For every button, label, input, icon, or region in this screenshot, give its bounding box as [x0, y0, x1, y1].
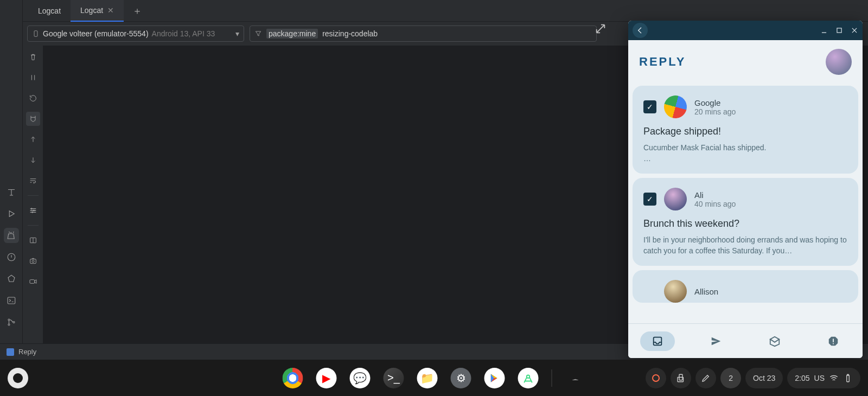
svg-rect-16 [833, 343, 834, 344]
running-app-icon [7, 348, 14, 356]
chrome-app-icon[interactable] [283, 368, 303, 388]
device-name: Google volteer (emulator-5554) [43, 29, 149, 38]
email-list[interactable]: ✓ Google 20 mins ago Package shipped! Cu… [628, 84, 863, 323]
email-time: 20 mins ago [694, 107, 736, 116]
tab-logcat-1[interactable]: Logcat [28, 0, 71, 22]
view-options-icon[interactable] [26, 203, 40, 218]
profile-avatar[interactable] [826, 49, 852, 75]
status-pill[interactable]: 2:05 US [787, 368, 860, 388]
scroll-end-icon[interactable] [26, 112, 40, 126]
android-head-icon[interactable] [565, 368, 586, 388]
ide-left-rail [0, 0, 23, 360]
logcat-tool-icon[interactable] [4, 228, 19, 243]
device-selector[interactable]: Google volteer (emulator-5554) Android 1… [27, 25, 244, 42]
status-label: Reply [18, 348, 36, 356]
chat-app-icon[interactable]: 💬 [350, 368, 371, 388]
clear-log-icon[interactable] [26, 50, 40, 64]
phone-hub-icon[interactable] [671, 368, 691, 388]
svg-rect-22 [847, 375, 850, 381]
screenshot-icon[interactable] [26, 254, 40, 268]
app-top-bar: REPLY [628, 40, 863, 84]
svg-point-6 [31, 208, 32, 209]
email-sender: Ali [694, 190, 736, 200]
log-filter-input[interactable]: package:mine resizing-codelab [250, 25, 597, 42]
filter-chip: package:mine [266, 29, 318, 39]
sender-avatar [664, 280, 687, 303]
profiler-icon[interactable] [4, 271, 19, 286]
svg-rect-5 [34, 31, 37, 37]
battery-icon [843, 373, 853, 383]
svg-point-17 [527, 375, 530, 378]
close-button[interactable] [851, 27, 858, 34]
launcher-button[interactable] [8, 368, 28, 388]
notification-badge[interactable]: 2 [720, 368, 741, 388]
date-pill[interactable]: Oct 23 [745, 368, 783, 388]
date-text: Oct 23 [753, 374, 775, 382]
android-studio-icon[interactable] [518, 368, 539, 388]
close-icon[interactable]: ✕ [107, 6, 114, 15]
svg-point-3 [8, 324, 10, 325]
time-text: 2:05 [795, 374, 809, 382]
filter-icon [254, 30, 262, 37]
maximize-button[interactable] [835, 27, 843, 34]
terminal-app-icon[interactable]: >_ [384, 368, 404, 388]
problems-icon[interactable] [4, 250, 19, 265]
text-tool-icon[interactable] [4, 184, 19, 200]
email-subject: Brunch this weekend? [643, 218, 847, 229]
locale-text: US [814, 374, 825, 382]
logcat-side-toolbar [23, 46, 43, 343]
os-taskbar: ▶ 💬 >_ 📁 ⚙ 2 Oct 23 2:05 US [0, 360, 868, 396]
svg-rect-1 [8, 297, 15, 304]
prev-icon[interactable] [26, 132, 40, 146]
email-card[interactable]: ✓ Google 20 mins ago Package shipped! Cu… [633, 86, 858, 174]
screen-record-icon[interactable] [26, 274, 40, 289]
email-time: 40 mins ago [694, 200, 736, 208]
emulator-window: REPLY ✓ Google 20 mins ago Package shipp… [628, 21, 863, 358]
nav-inbox[interactable] [640, 331, 675, 351]
resize-handle-icon[interactable] [595, 23, 607, 37]
svg-point-7 [33, 210, 34, 211]
tab-label: Logcat [38, 7, 61, 15]
tab-logcat-2[interactable]: Logcat ✕ [71, 0, 124, 22]
email-card[interactable]: Allison [633, 270, 858, 303]
svg-rect-10 [30, 259, 36, 264]
svg-point-4 [13, 322, 15, 323]
add-tab-button[interactable]: ＋ [129, 4, 145, 17]
email-card[interactable]: ✓ Ali 40 mins ago Brunch this weekend? I… [633, 178, 858, 266]
wifi-icon [829, 373, 839, 383]
svg-rect-13 [837, 28, 841, 33]
checkbox-checked-icon[interactable]: ✓ [643, 100, 656, 113]
email-snippet: I'll be in your neighborhood doing erran… [643, 235, 847, 256]
sender-avatar [661, 93, 689, 120]
email-subject: Package shipped! [643, 126, 847, 137]
stylus-icon[interactable] [695, 368, 716, 388]
back-button[interactable] [633, 23, 648, 38]
next-icon[interactable] [26, 153, 40, 167]
email-sender: Allison [694, 287, 718, 296]
split-icon[interactable] [26, 233, 40, 247]
run-icon[interactable] [4, 206, 19, 221]
nav-sent[interactable] [699, 331, 733, 351]
vcs-icon[interactable] [4, 315, 19, 330]
files-app-icon[interactable]: 📁 [417, 368, 438, 388]
nav-spam[interactable] [816, 331, 851, 351]
nav-drafts[interactable] [757, 331, 792, 351]
play-store-icon[interactable] [484, 368, 505, 388]
email-sender: Google [694, 98, 736, 107]
pause-icon[interactable] [26, 71, 40, 85]
separator [28, 195, 39, 196]
filter-text: resizing-codelab [322, 29, 378, 38]
svg-point-18 [573, 379, 575, 380]
minimize-button[interactable] [820, 27, 828, 34]
svg-rect-12 [30, 280, 35, 284]
wrap-icon[interactable] [26, 174, 40, 188]
device-meta: Android 13, API 33 [152, 29, 215, 38]
terminal-tool-icon[interactable] [4, 293, 19, 308]
svg-point-19 [577, 379, 578, 380]
system-tray: 2 Oct 23 2:05 US [646, 368, 860, 388]
screen-record-indicator[interactable] [646, 368, 666, 388]
checkbox-checked-icon[interactable]: ✓ [643, 193, 656, 206]
restart-icon[interactable] [26, 91, 40, 105]
youtube-app-icon[interactable]: ▶ [316, 368, 337, 388]
settings-app-icon[interactable]: ⚙ [451, 368, 471, 388]
